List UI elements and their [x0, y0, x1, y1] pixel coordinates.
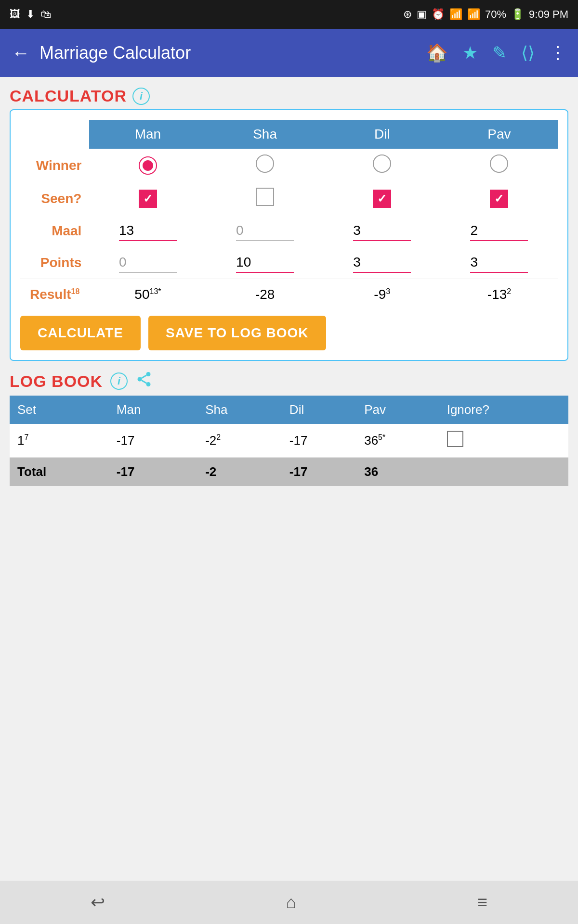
- calc-header-sha: Sha: [207, 120, 324, 149]
- bottom-nav: ↩ ⌂ ≡: [0, 881, 578, 924]
- svg-line-3: [142, 380, 146, 383]
- bag-icon: 🛍: [40, 8, 51, 21]
- seen-man[interactable]: [89, 182, 206, 215]
- points-man-input[interactable]: [119, 253, 177, 273]
- log-dil-1: -17: [282, 424, 356, 458]
- download-icon: ⬇: [26, 8, 35, 21]
- winner-dil[interactable]: [324, 149, 441, 182]
- checkbox-dil[interactable]: [373, 190, 391, 208]
- svg-point-2: [146, 382, 151, 386]
- screen-icon: ▣: [417, 8, 427, 21]
- menu-nav-icon[interactable]: ≡: [477, 892, 487, 912]
- status-bar: 🖼 ⬇ 🛍 ⊛ ▣ ⏰ 📶 📶 70% 🔋 9:09 PM: [0, 0, 578, 29]
- log-col-sha: Sha: [197, 396, 282, 424]
- calc-table: Man Sha Dil Pav Winner: [20, 120, 558, 308]
- log-total-label: Total: [10, 458, 109, 487]
- battery-icon: 🔋: [511, 8, 524, 21]
- logbook-share-icon[interactable]: [135, 371, 153, 392]
- calc-header-dil: Dil: [324, 120, 441, 149]
- buttons-row: CALCULATE SAVE TO LOG BOOK: [20, 316, 558, 350]
- maal-row: Maal: [20, 215, 558, 247]
- points-man-cell: [89, 247, 206, 279]
- result-pav: -132: [441, 279, 558, 308]
- share-icon-appbar[interactable]: ⟨⟩: [521, 43, 535, 63]
- winner-sha[interactable]: [207, 149, 324, 182]
- checkbox-pav[interactable]: [490, 190, 508, 208]
- result-row: Result18 5013* -28 -93 -132: [20, 279, 558, 308]
- points-sha-cell: [207, 247, 324, 279]
- logbook-title: LOG BOOK: [10, 372, 103, 391]
- maal-pav-input[interactable]: [470, 221, 528, 241]
- radio-sha[interactable]: [256, 154, 274, 173]
- points-label: Points: [20, 247, 89, 279]
- log-ignore-checkbox-1[interactable]: [447, 431, 463, 447]
- seen-label: Seen?: [20, 182, 89, 215]
- seen-dil[interactable]: [324, 182, 441, 215]
- calculate-button[interactable]: CALCULATE: [20, 316, 141, 350]
- maal-dil-input[interactable]: [353, 221, 411, 241]
- home-nav-icon[interactable]: ⌂: [286, 892, 297, 912]
- status-bar-left: 🖼 ⬇ 🛍: [10, 8, 396, 21]
- maal-sha-input[interactable]: [236, 221, 294, 241]
- log-col-man: Man: [109, 396, 197, 424]
- logbook-info-icon[interactable]: i: [110, 372, 128, 390]
- logbook-section: LOG BOOK i Set Man Sha Dil: [10, 371, 568, 486]
- radio-dil[interactable]: [373, 154, 391, 173]
- maal-man-cell: [89, 215, 206, 247]
- maal-man-input[interactable]: [119, 221, 177, 241]
- points-dil-input[interactable]: [353, 253, 411, 273]
- calculator-section: CALCULATOR i Man Sha Dil Pav: [10, 87, 568, 361]
- log-col-set: Set: [10, 396, 109, 424]
- log-row-1: 17 -17 -22 -17 365*: [10, 424, 568, 458]
- log-pav-1: 365*: [356, 424, 439, 458]
- winner-man[interactable]: [89, 149, 206, 182]
- log-ignore-1[interactable]: [439, 424, 568, 458]
- result-dil: -93: [324, 279, 441, 308]
- maal-pav-cell: [441, 215, 558, 247]
- calculator-info-icon[interactable]: i: [132, 88, 150, 105]
- calculator-card: Man Sha Dil Pav Winner: [10, 109, 568, 361]
- points-pav-input[interactable]: [470, 253, 528, 273]
- home-icon[interactable]: 🏠: [426, 43, 448, 63]
- winner-pav[interactable]: [441, 149, 558, 182]
- seen-sha[interactable]: [207, 182, 324, 215]
- points-pav-cell: [441, 247, 558, 279]
- app-bar: ← Marriage Calculator 🏠 ★ ✎ ⟨⟩ ⋮: [0, 29, 578, 77]
- log-col-dil: Dil: [282, 396, 356, 424]
- calculator-heading: CALCULATOR i: [10, 87, 568, 105]
- star-icon[interactable]: ★: [462, 43, 478, 63]
- log-set-1: 17: [10, 424, 109, 458]
- seen-pav[interactable]: [441, 182, 558, 215]
- winner-label: Winner: [20, 149, 89, 182]
- edit-icon[interactable]: ✎: [492, 43, 507, 63]
- checkbox-sha[interactable]: [256, 188, 274, 206]
- log-total-row: Total -17 -2 -17 36: [10, 458, 568, 487]
- radio-man[interactable]: [139, 156, 157, 175]
- log-total-ignore: [439, 458, 568, 487]
- seen-row: Seen?: [20, 182, 558, 215]
- checkbox-man[interactable]: [139, 190, 157, 208]
- log-table: Set Man Sha Dil Pav Ignore? 17 -17 -22 -…: [10, 396, 568, 486]
- back-button[interactable]: ←: [12, 43, 30, 64]
- points-sha-input[interactable]: [236, 253, 294, 273]
- winner-row: Winner: [20, 149, 558, 182]
- calc-header-empty: [20, 120, 89, 149]
- result-man: 5013*: [89, 279, 206, 308]
- maal-sha-cell: [207, 215, 324, 247]
- log-total-dil: -17: [282, 458, 356, 487]
- status-icons: ⊛ ▣ ⏰ 📶 📶 70% 🔋 9:09 PM: [403, 8, 568, 21]
- app-bar-icons: 🏠 ★ ✎ ⟨⟩ ⋮: [426, 43, 566, 63]
- app-title: Marriage Calculator: [39, 43, 417, 63]
- logbook-heading: LOG BOOK i: [10, 371, 568, 392]
- svg-point-0: [146, 372, 151, 376]
- result-sha: -28: [207, 279, 324, 308]
- log-sha-1: -22: [197, 424, 282, 458]
- log-total-pav: 36: [356, 458, 439, 487]
- main-content: CALCULATOR i Man Sha Dil Pav: [0, 77, 578, 881]
- back-nav-icon[interactable]: ↩: [91, 892, 105, 912]
- log-total-man: -17: [109, 458, 197, 487]
- save-to-logbook-button[interactable]: SAVE TO LOG BOOK: [148, 316, 326, 350]
- calculator-title: CALCULATOR: [10, 87, 127, 105]
- more-icon[interactable]: ⋮: [549, 43, 566, 63]
- radio-pav[interactable]: [490, 154, 508, 173]
